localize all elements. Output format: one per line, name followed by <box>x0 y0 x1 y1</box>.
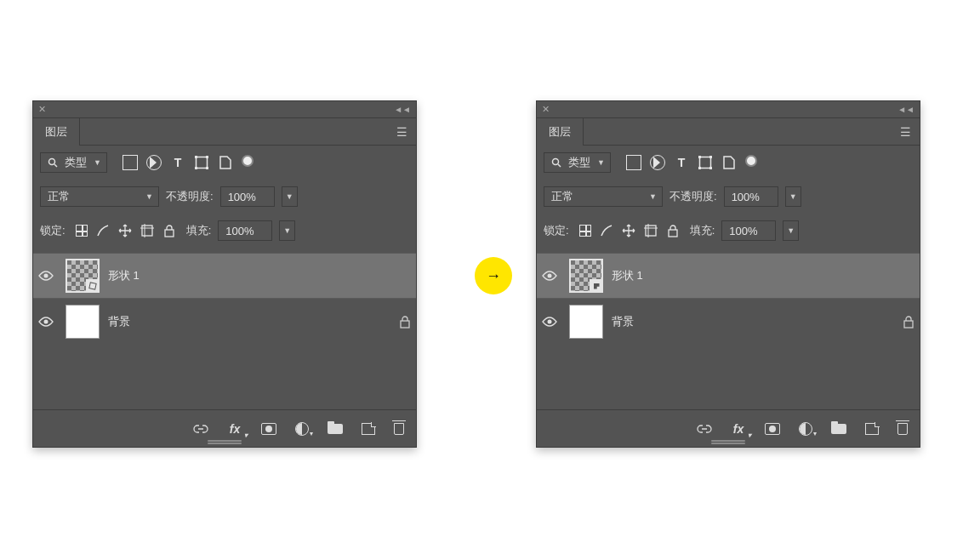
lock-icon <box>399 315 411 329</box>
filter-shape-icon[interactable] <box>698 155 713 170</box>
blend-mode-dropdown[interactable]: 正常 ▼ <box>40 186 159 207</box>
layer-name[interactable]: 背景 <box>612 314 634 329</box>
visibility-toggle[interactable] <box>38 271 57 281</box>
layers-panel-right: ✕ ◄◄ 图层 ☰ 类型 ▼ T <box>536 100 920 448</box>
blend-mode-value: 正常 <box>551 189 573 204</box>
lock-brush-icon[interactable] <box>600 224 613 237</box>
fill-stepper[interactable]: ▼ <box>279 220 295 241</box>
lock-transparent-icon[interactable] <box>579 225 591 237</box>
chevron-down-icon: ▼ <box>789 192 797 201</box>
resize-handle[interactable] <box>33 443 416 446</box>
layer-row-background[interactable]: 背景 <box>537 299 920 345</box>
blend-mode-value: 正常 <box>48 189 70 204</box>
opacity-dropdown[interactable]: 100% <box>220 186 275 207</box>
svg-rect-21 <box>646 226 656 236</box>
new-layer-icon[interactable] <box>865 423 879 435</box>
panel-menu-icon[interactable]: ☰ <box>892 125 920 139</box>
opacity-stepper[interactable]: ▼ <box>282 186 298 207</box>
panel-footer: fx▾ ▾ <box>537 409 920 447</box>
new-layer-icon[interactable] <box>362 423 375 435</box>
fill-label: 填充: <box>690 223 715 238</box>
filter-smartobj-icon[interactable] <box>218 155 233 170</box>
layer-name[interactable]: 背景 <box>108 314 130 329</box>
filter-text-icon[interactable]: T <box>170 155 185 170</box>
link-icon[interactable] <box>697 421 712 437</box>
chevron-down-icon: ▼ <box>597 158 605 167</box>
panel-footer: fx▾ ▾ <box>33 409 416 447</box>
lock-move-icon[interactable] <box>622 224 635 237</box>
trash-icon[interactable] <box>897 423 908 435</box>
tab-layers[interactable]: 图层 <box>537 118 584 146</box>
filter-toggle-icon[interactable] <box>242 155 254 167</box>
lock-all-icon[interactable] <box>666 224 680 237</box>
svg-rect-18 <box>709 156 712 158</box>
group-icon[interactable] <box>831 424 846 434</box>
fill-stepper[interactable]: ▼ <box>783 220 799 241</box>
svg-rect-17 <box>698 156 701 158</box>
collapse-icon[interactable]: ◄◄ <box>892 105 920 114</box>
layer-list: 形状 1 背景 <box>33 248 416 350</box>
close-icon[interactable]: ✕ <box>537 104 554 115</box>
svg-rect-13 <box>401 321 409 328</box>
layer-thumbnail <box>569 305 603 339</box>
arrow-indicator: → <box>475 257 512 294</box>
lock-move-icon[interactable] <box>118 224 132 237</box>
layer-row-shape[interactable]: 形状 1 <box>537 253 920 299</box>
svg-point-11 <box>44 274 48 278</box>
blend-row: 正常 ▼ 不透明度: 100% ▼ <box>33 180 416 214</box>
fx-icon[interactable]: fx▾ <box>731 421 746 437</box>
filter-adjust-icon[interactable] <box>146 155 162 170</box>
svg-point-0 <box>49 159 55 165</box>
filter-type-dropdown[interactable]: 类型 ▼ <box>40 152 107 173</box>
svg-rect-5 <box>195 167 197 169</box>
chevron-down-icon: ▼ <box>649 192 657 201</box>
panel-menu-icon[interactable]: ☰ <box>388 125 416 139</box>
filter-shape-icon[interactable] <box>194 155 209 170</box>
trash-icon[interactable] <box>394 423 404 435</box>
resize-handle[interactable] <box>537 443 920 446</box>
fx-icon[interactable]: fx▾ <box>227 421 242 437</box>
fill-dropdown[interactable]: 100% <box>218 220 272 241</box>
filter-toggle-icon[interactable] <box>745 155 757 167</box>
layer-name[interactable]: 形状 1 <box>612 268 643 283</box>
mask-icon[interactable] <box>261 423 276 435</box>
adjustment-icon[interactable]: ▾ <box>799 422 812 436</box>
layer-row-background[interactable]: 背景 <box>33 299 416 345</box>
shape-badge-icon <box>590 279 603 293</box>
svg-rect-7 <box>142 226 152 236</box>
lock-brush-icon[interactable] <box>96 224 110 237</box>
mask-icon[interactable] <box>765 423 780 435</box>
tab-layers[interactable]: 图层 <box>33 118 80 146</box>
visibility-toggle[interactable] <box>38 317 57 327</box>
filter-smartobj-icon[interactable] <box>721 155 737 170</box>
lock-all-icon[interactable] <box>162 224 176 237</box>
tab-row: 图层 ☰ <box>537 118 920 146</box>
canvas: ✕ ◄◄ 图层 ☰ 类型 ▼ T <box>0 0 980 560</box>
lock-transparent-icon[interactable] <box>76 225 88 237</box>
link-icon[interactable] <box>193 421 208 437</box>
layer-name[interactable]: 形状 1 <box>108 268 140 283</box>
svg-point-14 <box>553 159 559 165</box>
collapse-icon[interactable]: ◄◄ <box>389 105 416 114</box>
filter-pixel-icon[interactable] <box>122 155 138 170</box>
filter-pixel-icon[interactable] <box>626 155 641 170</box>
opacity-stepper[interactable]: ▼ <box>785 186 801 207</box>
filter-adjust-icon[interactable] <box>650 155 665 170</box>
filter-text-icon[interactable]: T <box>674 155 689 170</box>
opacity-value: 100% <box>732 191 760 203</box>
visibility-toggle[interactable] <box>542 317 561 327</box>
fill-dropdown[interactable]: 100% <box>721 220 776 241</box>
layer-row-shape[interactable]: 形状 1 <box>33 253 416 299</box>
lock-artboard-icon[interactable] <box>140 224 154 237</box>
svg-line-15 <box>558 164 561 167</box>
search-icon <box>48 157 58 168</box>
group-icon[interactable] <box>328 424 343 434</box>
visibility-toggle[interactable] <box>542 271 561 281</box>
lock-label: 锁定: <box>40 223 66 238</box>
blend-mode-dropdown[interactable]: 正常 ▼ <box>544 186 663 207</box>
opacity-dropdown[interactable]: 100% <box>724 186 778 207</box>
filter-type-dropdown[interactable]: 类型 ▼ <box>544 152 611 173</box>
adjustment-icon[interactable]: ▾ <box>295 422 309 436</box>
lock-artboard-icon[interactable] <box>644 224 658 237</box>
close-icon[interactable]: ✕ <box>33 104 50 115</box>
